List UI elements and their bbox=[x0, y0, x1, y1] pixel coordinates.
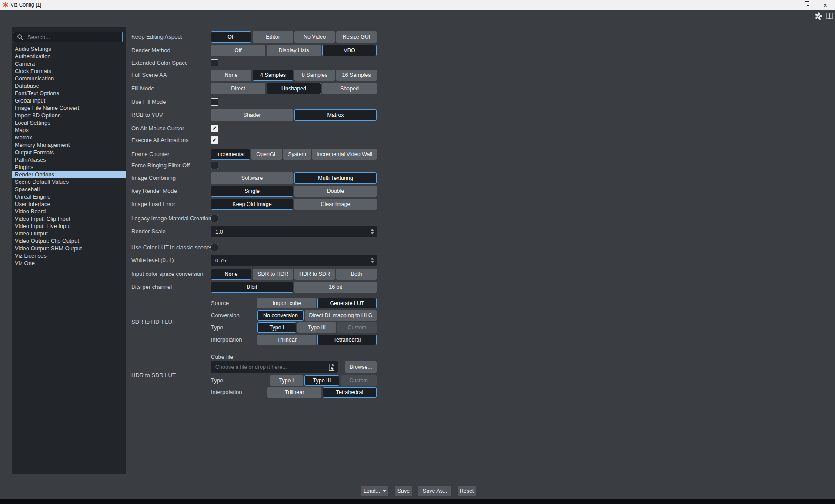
hdr-interpolation-trilinear-button[interactable]: Trilinear bbox=[267, 387, 321, 398]
separator bbox=[131, 348, 377, 348]
render-scale-spinner bbox=[371, 229, 374, 235]
fill-mode-label: Fill Mode bbox=[131, 83, 154, 94]
white-level-value: 0.75 bbox=[215, 257, 226, 264]
keep-editing-aspect-resize-gui-button[interactable]: Resize GUI bbox=[336, 31, 377, 43]
image-combining-multi-texturing-button[interactable]: Multi Texturing bbox=[294, 172, 377, 184]
hdr-type-type-iii-button[interactable]: Type III bbox=[304, 375, 339, 386]
sdr-type-type-i-button[interactable]: Type I bbox=[257, 322, 296, 333]
input-color-space-conversion-none-button[interactable]: None bbox=[211, 269, 251, 280]
frame-counter-opengl-button[interactable]: OpenGL bbox=[251, 149, 282, 160]
reset-button-label: Reset bbox=[460, 488, 474, 494]
use-fill-mode-label: Use Fill Mode bbox=[131, 98, 166, 106]
execute-all-animations-label: Execute All Animations bbox=[131, 136, 189, 144]
hdr-type-custom-button[interactable]: Custom bbox=[341, 375, 377, 386]
minimize-button[interactable] bbox=[776, 0, 796, 10]
sdr-source-import-cube-button[interactable]: Import cube bbox=[257, 298, 316, 308]
close-icon: × bbox=[823, 2, 827, 8]
legacy-image-material-creation-checkbox[interactable] bbox=[211, 215, 218, 222]
sdr-type-custom-button[interactable]: Custom bbox=[337, 322, 377, 333]
load-button[interactable]: Load... bbox=[361, 486, 388, 496]
viz-config-window: { "window": { "title": "Viz Config [1]" … bbox=[0, 0, 835, 504]
hdr-to-sdr-lut-group-label: HDR to SDR LUT bbox=[131, 372, 176, 378]
separator bbox=[131, 240, 377, 240]
minimize-icon bbox=[784, 5, 788, 5]
window-title: Viz Config [1] bbox=[10, 2, 41, 8]
keep-editing-aspect-no-video-button[interactable]: No Video bbox=[294, 31, 335, 43]
close-button[interactable]: × bbox=[815, 0, 835, 10]
full-scene-aa-16-samples-button[interactable]: 16 Samples bbox=[336, 70, 377, 81]
key-render-mode-label: Key Render Mode bbox=[131, 186, 177, 197]
sdr-type-label: Type bbox=[211, 322, 223, 333]
bits-per-channel-label: Bits per channel bbox=[131, 282, 172, 293]
extended-color-space-checkbox[interactable] bbox=[211, 59, 218, 66]
image-load-error-keep-old-image-button[interactable]: Keep Old Image bbox=[211, 199, 293, 210]
white-level-spinner-down-icon[interactable] bbox=[371, 261, 374, 263]
keep-editing-aspect-off-button[interactable]: Off bbox=[211, 31, 251, 43]
legacy-image-material-creation-label: Legacy Image Material Creation bbox=[131, 215, 211, 222]
execute-all-animations-checkbox[interactable]: ✓ bbox=[211, 136, 218, 144]
render-scale-spinner-up-icon[interactable] bbox=[371, 229, 374, 231]
full-scene-aa-4-samples-button[interactable]: 4 Samples bbox=[253, 70, 293, 81]
on-air-mouse-cursor-checkbox[interactable]: ✓ bbox=[211, 125, 218, 132]
rgb-to-yuv-shader-button[interactable]: Shader bbox=[211, 109, 293, 121]
fill-mode-shaped-button[interactable]: Shaped bbox=[322, 83, 377, 94]
restore-icon bbox=[804, 3, 808, 7]
rgb-to-yuv-label: RGB to YUV bbox=[131, 109, 163, 121]
use-color-lut-in-classic-scenes-checkbox[interactable] bbox=[211, 244, 218, 251]
full-scene-aa-label: Full Scene AA bbox=[131, 70, 167, 81]
settings-panel: Keep Editing AspectOffEditorNo VideoResi… bbox=[0, 0, 835, 504]
hdr-type-type-i-button[interactable]: Type I bbox=[270, 375, 303, 386]
extended-color-space-label: Extended Color Space bbox=[131, 59, 188, 66]
input-color-space-conversion-sdr-to-hdr-button[interactable]: SDR to HDR bbox=[253, 269, 293, 280]
frame-counter-incremental-button[interactable]: Incremental bbox=[211, 149, 250, 160]
key-render-mode-double-button[interactable]: Double bbox=[294, 186, 377, 197]
key-render-mode-single-button[interactable]: Single bbox=[211, 186, 293, 197]
render-scale-value: 1.0 bbox=[215, 229, 223, 235]
frame-counter-incremental-video-wall-button[interactable]: Incremental Video Wall bbox=[312, 149, 377, 160]
render-method-vbo-button[interactable]: VBO bbox=[322, 45, 377, 56]
fill-mode-direct-button[interactable]: Direct bbox=[211, 83, 265, 94]
sdr-interpolation-tetrahedral-button[interactable]: Tetrahedral bbox=[317, 335, 377, 345]
viz-config-app-icon bbox=[3, 2, 9, 8]
white-level-input[interactable]: 0.75 bbox=[211, 255, 377, 266]
render-scale-spinner-down-icon[interactable] bbox=[371, 232, 374, 235]
hdr-interpolation-label: Interpolation bbox=[211, 387, 242, 398]
reset-button[interactable]: Reset bbox=[458, 486, 476, 496]
bits-per-channel-16-bit-button[interactable]: 16 bit bbox=[294, 282, 377, 293]
save-button[interactable]: Save bbox=[395, 486, 412, 496]
sdr-interpolation-label: Interpolation bbox=[211, 335, 242, 345]
force-ringing-filter-off-checkbox[interactable] bbox=[211, 162, 218, 169]
use-fill-mode-checkbox[interactable] bbox=[211, 98, 218, 106]
render-scale-input[interactable]: 1.0 bbox=[211, 226, 377, 237]
restore-button[interactable] bbox=[796, 0, 815, 10]
cube-file-input-wrap bbox=[211, 361, 338, 373]
fill-mode-unshaped-button[interactable]: Unshaped bbox=[267, 83, 321, 94]
frame-counter-system-button[interactable]: System bbox=[283, 149, 311, 160]
sdr-conversion-no-conversion-button[interactable]: No conversion bbox=[257, 310, 304, 321]
sdr-source-generate-lut-button[interactable]: Generate LUT bbox=[317, 298, 377, 308]
input-color-space-conversion-hdr-to-sdr-button[interactable]: HDR to SDR bbox=[294, 269, 335, 280]
bits-per-channel-8-bit-button[interactable]: 8 bit bbox=[211, 282, 293, 293]
keep-editing-aspect-label: Keep Editing Aspect bbox=[131, 31, 182, 43]
input-color-space-conversion-both-button[interactable]: Both bbox=[336, 269, 377, 280]
sdr-type-type-iii-button[interactable]: Type III bbox=[297, 322, 336, 333]
browse-button[interactable]: Browse... bbox=[345, 361, 377, 373]
save-as-button[interactable]: Save As... bbox=[418, 486, 451, 496]
titlebar: Viz Config [1] × bbox=[0, 0, 835, 10]
sdr-interpolation-trilinear-button[interactable]: Trilinear bbox=[257, 335, 316, 345]
keep-editing-aspect-editor-button[interactable]: Editor bbox=[253, 31, 293, 43]
sdr-conversion-direct-dl-mapping-to-hlg-button[interactable]: Direct DL mapping to HLG bbox=[305, 310, 377, 321]
image-combining-label: Image Combining bbox=[131, 172, 176, 184]
frame-counter-label: Frame Counter bbox=[131, 149, 169, 160]
white-level-label: White level (0..1) bbox=[131, 255, 174, 266]
render-method-display-lists-button[interactable]: Display Lists bbox=[267, 45, 321, 56]
image-load-error-clear-image-button[interactable]: Clear Image bbox=[294, 199, 377, 210]
render-method-off-button[interactable]: Off bbox=[211, 45, 265, 56]
full-scene-aa-8-samples-button[interactable]: 8 Samples bbox=[294, 70, 335, 81]
image-combining-software-button[interactable]: Software bbox=[211, 172, 293, 184]
rgb-to-yuv-matrox-button[interactable]: Matrox bbox=[294, 109, 377, 121]
hdr-interpolation-tetrahedral-button[interactable]: Tetrahedral bbox=[323, 387, 377, 398]
cube-file-input[interactable] bbox=[211, 364, 321, 371]
full-scene-aa-none-button[interactable]: None bbox=[211, 70, 251, 81]
white-level-spinner-up-icon[interactable] bbox=[371, 258, 374, 260]
